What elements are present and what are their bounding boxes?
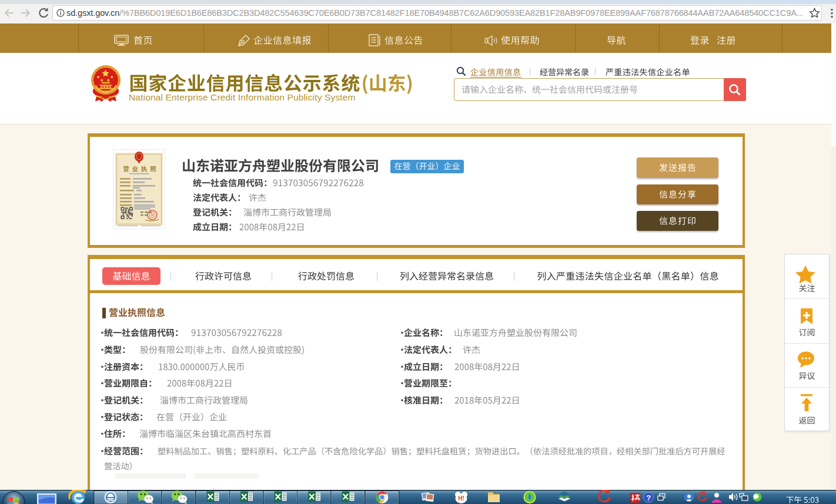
svg-text:H!: H!: [458, 495, 464, 502]
svg-text:?: ?: [646, 493, 651, 502]
